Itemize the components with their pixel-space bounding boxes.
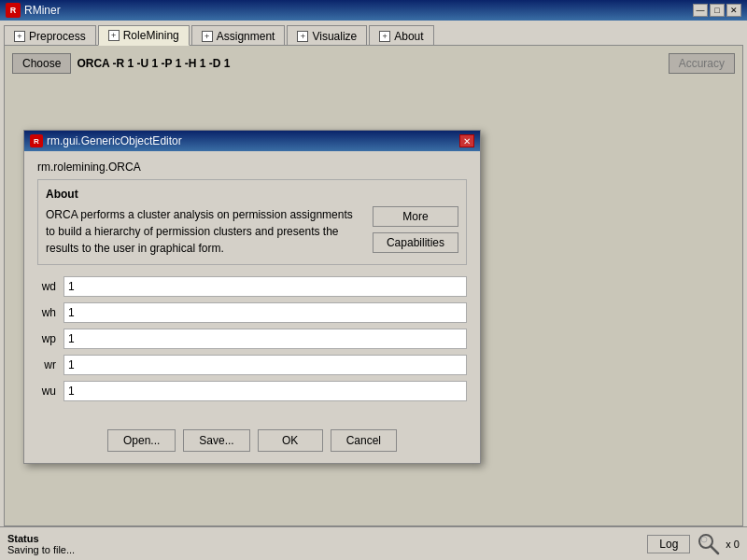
field-input-wd[interactable] bbox=[63, 276, 467, 297]
status-bar: Status Saving to file... Log x 0 bbox=[0, 526, 747, 560]
field-row-wd: wd bbox=[37, 276, 467, 297]
status-message: Saving to file... bbox=[7, 544, 75, 555]
tab-icon-visualize: + bbox=[297, 31, 308, 42]
ok-button[interactable]: OK bbox=[258, 429, 323, 452]
tab-icon-preprocess: + bbox=[14, 31, 25, 42]
svg-point-2 bbox=[701, 537, 707, 542]
capabilities-button[interactable]: Capabilities bbox=[373, 232, 458, 253]
tab-visualize[interactable]: + Visualize bbox=[287, 25, 367, 46]
modal-overlay: R rm.gui.GenericObjectEditor ✕ rm.rolemi… bbox=[5, 46, 742, 525]
field-input-wu[interactable] bbox=[63, 381, 467, 401]
field-label-wd: wd bbox=[37, 280, 56, 293]
field-row-wp: wp bbox=[37, 329, 467, 349]
field-row-wr: wr bbox=[37, 355, 467, 375]
tab-preprocess[interactable]: + Preprocess bbox=[4, 25, 96, 46]
tab-icon-assignment: + bbox=[202, 31, 213, 42]
save-button[interactable]: Save... bbox=[183, 429, 249, 452]
app-icon: R bbox=[6, 3, 21, 18]
close-button[interactable]: ✕ bbox=[726, 4, 741, 17]
field-label-wh: wh bbox=[37, 306, 56, 319]
dialog-content: rm.rolemining.ORCA About ORCA performs a… bbox=[24, 151, 480, 422]
title-bar: R RMiner — □ ✕ bbox=[0, 0, 747, 21]
tab-rolemining[interactable]: + RoleMining bbox=[98, 25, 190, 46]
dialog-footer: Open... Save... OK Cancel bbox=[24, 422, 480, 463]
tab-bar: + Preprocess + RoleMining + Assignment +… bbox=[0, 21, 747, 45]
field-label-wu: wu bbox=[37, 385, 56, 398]
about-description: ORCA performs a cluster analysis on perm… bbox=[46, 206, 365, 257]
x-count-label: x 0 bbox=[726, 539, 740, 550]
window-controls: — □ ✕ bbox=[693, 4, 741, 17]
about-body: ORCA performs a cluster analysis on perm… bbox=[46, 206, 458, 257]
field-input-wp[interactable] bbox=[63, 329, 467, 349]
about-buttons: More Capabilities bbox=[373, 206, 458, 257]
generic-object-editor-dialog: R rm.gui.GenericObjectEditor ✕ rm.rolemi… bbox=[23, 130, 481, 464]
window-title: RMiner bbox=[24, 4, 61, 17]
more-button[interactable]: More bbox=[373, 206, 458, 227]
field-row-wh: wh bbox=[37, 302, 467, 323]
log-button[interactable]: Log bbox=[647, 535, 690, 553]
open-button[interactable]: Open... bbox=[107, 429, 176, 452]
content-area: Choose ORCA -R 1 -U 1 -P 1 -H 1 -D 1 Acc… bbox=[4, 45, 743, 526]
form-fields: wd wh wp wr bbox=[37, 276, 467, 401]
about-label: About bbox=[46, 188, 458, 201]
tab-about[interactable]: + About bbox=[369, 25, 433, 46]
maximize-button[interactable]: □ bbox=[710, 4, 725, 17]
main-window: + Preprocess + RoleMining + Assignment +… bbox=[0, 21, 747, 560]
field-label-wr: wr bbox=[37, 358, 56, 371]
status-title: Status bbox=[7, 533, 75, 544]
about-section: About ORCA performs a cluster analysis o… bbox=[37, 179, 467, 265]
tab-icon-rolemining: + bbox=[108, 30, 120, 41]
field-input-wh[interactable] bbox=[63, 302, 467, 323]
dialog-close-button[interactable]: ✕ bbox=[459, 134, 474, 147]
status-right: Log x 0 bbox=[647, 531, 740, 557]
field-row-wu: wu bbox=[37, 381, 467, 401]
minimize-button[interactable]: — bbox=[693, 4, 708, 17]
status-left: Status Saving to file... bbox=[7, 533, 75, 555]
field-label-wp: wp bbox=[37, 332, 56, 345]
dialog-app-icon: R bbox=[30, 134, 43, 147]
field-input-wr[interactable] bbox=[63, 355, 467, 375]
search-icon[interactable] bbox=[696, 531, 722, 557]
class-name-label: rm.rolemining.ORCA bbox=[37, 161, 467, 174]
cancel-button[interactable]: Cancel bbox=[331, 429, 397, 452]
dialog-title-text: rm.gui.GenericObjectEditor bbox=[47, 134, 182, 147]
tab-icon-about: + bbox=[379, 31, 390, 42]
tab-assignment[interactable]: + Assignment bbox=[191, 25, 286, 46]
svg-line-1 bbox=[711, 546, 718, 553]
dialog-title-bar: R rm.gui.GenericObjectEditor ✕ bbox=[24, 131, 480, 151]
search-icon-area: x 0 bbox=[696, 531, 740, 557]
